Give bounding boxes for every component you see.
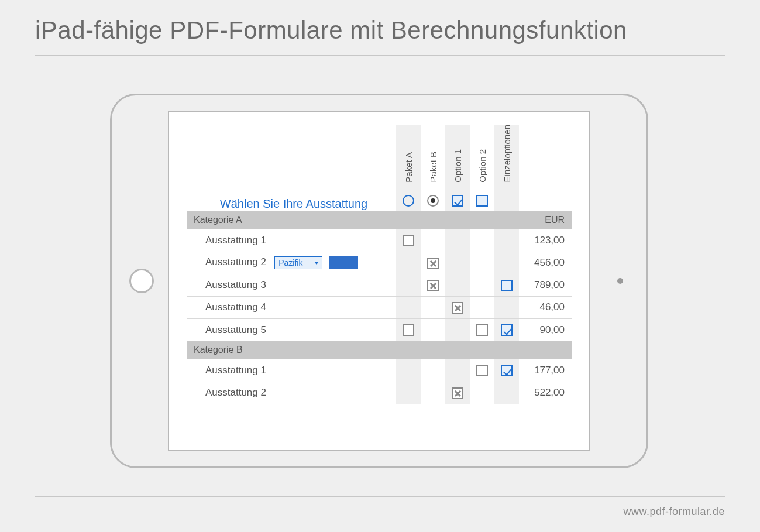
item-label: Ausstattung 2 Pazifik xyxy=(187,252,396,274)
category-row: Kategorie A EUR xyxy=(187,211,572,229)
color-swatch xyxy=(329,256,358,269)
checkbox-icon[interactable] xyxy=(501,280,513,291)
currency-label: EUR xyxy=(519,211,572,229)
ipad-frame: Wählen Sie Ihre Ausstattung Paket A Pake… xyxy=(110,94,648,468)
price-value: 123,00 xyxy=(519,229,572,252)
footer-url: www.pdf-formular.de xyxy=(623,506,725,518)
option-2-checkbox[interactable] xyxy=(476,195,488,207)
table-row: Ausstattung 3 789,00 xyxy=(187,274,572,296)
divider-top xyxy=(35,55,725,56)
checkbox-check-icon[interactable] xyxy=(501,324,513,336)
price-value: 90,00 xyxy=(519,318,572,341)
category-row: Kategorie B xyxy=(187,341,572,359)
table-row: Ausstattung 1 123,00 xyxy=(187,229,572,252)
item-label: Ausstattung 2 xyxy=(187,382,396,404)
table-row: Ausstattung 5 90,00 xyxy=(187,318,572,341)
ipad-screen: Wählen Sie Ihre Ausstattung Paket A Pake… xyxy=(168,111,590,451)
equipment-form: Wählen Sie Ihre Ausstattung Paket A Pake… xyxy=(169,112,589,404)
checkbox-icon[interactable] xyxy=(403,235,414,246)
camera-icon xyxy=(617,278,623,284)
checkbox-x-icon[interactable] xyxy=(452,302,463,314)
paket-a-radio[interactable] xyxy=(403,195,414,207)
checkbox-x-icon[interactable] xyxy=(427,280,439,291)
header-paket-b: Paket B xyxy=(428,152,438,183)
divider-bottom xyxy=(35,496,725,497)
checkbox-x-icon[interactable] xyxy=(427,258,439,269)
item-label: Ausstattung 1 xyxy=(187,229,396,252)
category-label: Kategorie A xyxy=(187,211,396,229)
header-option-2: Option 2 xyxy=(477,149,487,183)
page-title: iPad-fähige PDF-Formulare mit Berechnung… xyxy=(35,16,627,44)
column-headers: Wählen Sie Ihre Ausstattung Paket A Pake… xyxy=(187,125,572,190)
checkbox-icon[interactable] xyxy=(403,324,414,336)
color-dropdown[interactable]: Pazifik xyxy=(274,256,322,269)
item-label: Ausstattung 3 xyxy=(187,274,396,296)
home-button-icon xyxy=(129,269,154,293)
price-value: 177,00 xyxy=(519,359,572,382)
item-label: Ausstattung 5 xyxy=(187,318,396,341)
checkbox-x-icon[interactable] xyxy=(452,387,463,399)
table-row: Ausstattung 2 522,00 xyxy=(187,382,572,404)
table-row: Ausstattung 4 46,00 xyxy=(187,296,572,318)
checkbox-icon[interactable] xyxy=(476,324,488,336)
equipment-table: Wählen Sie Ihre Ausstattung Paket A Pake… xyxy=(187,125,572,404)
checkbox-icon[interactable] xyxy=(476,365,488,376)
paket-b-radio[interactable] xyxy=(427,195,439,207)
table-row: Ausstattung 2 Pazifik 456,00 xyxy=(187,252,572,274)
price-value: 522,00 xyxy=(519,382,572,404)
checkbox-check-icon[interactable] xyxy=(501,365,513,376)
price-value: 456,00 xyxy=(519,252,572,274)
instruction-text: Wählen Sie Ihre Ausstattung xyxy=(187,197,396,211)
item-label: Ausstattung 4 xyxy=(187,296,396,318)
header-einzel: Einzeloptionen xyxy=(502,125,512,182)
header-paket-a: Paket A xyxy=(404,152,414,183)
item-label: Ausstattung 1 xyxy=(187,359,396,382)
table-row: Ausstattung 1 177,00 xyxy=(187,359,572,382)
category-label: Kategorie B xyxy=(187,341,396,359)
price-value: 46,00 xyxy=(519,296,572,318)
header-option-1: Option 1 xyxy=(453,149,463,183)
price-value: 789,00 xyxy=(519,274,572,296)
option-1-checkbox[interactable] xyxy=(452,195,463,207)
